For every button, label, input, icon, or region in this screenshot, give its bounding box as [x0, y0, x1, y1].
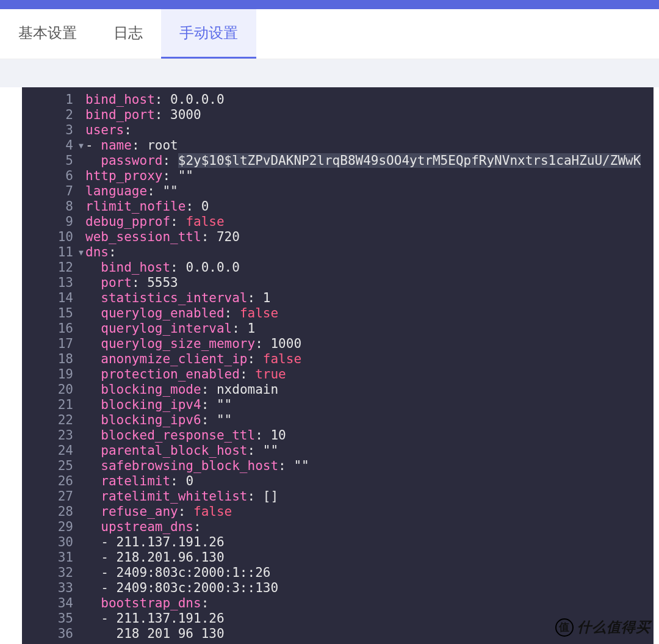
watermark: 值 什么值得买: [555, 618, 650, 637]
code-line[interactable]: 26 ratelimit: 0: [22, 474, 654, 489]
code-content: blocking_ipv4: "": [85, 397, 232, 413]
line-number: 26: [22, 474, 77, 489]
code-line[interactable]: 27 ratelimit_whitelist: []: [22, 489, 654, 504]
code-line[interactable]: 3users:: [22, 123, 654, 138]
code-line[interactable]: 24 parental_block_host: "": [22, 443, 654, 458]
line-number: 15: [22, 306, 77, 321]
tab-manual-settings[interactable]: 手动设置: [161, 9, 256, 59]
code-line[interactable]: 7language: "": [22, 184, 654, 199]
code-content: ratelimit_whitelist: []: [85, 489, 278, 504]
code-content: querylog_size_memory: 1000: [85, 336, 301, 352]
line-number: 31: [22, 550, 77, 565]
code-line[interactable]: 33 - 2409:803c:2000:3::130: [22, 581, 654, 596]
code-line[interactable]: 21 blocking_ipv4: "": [22, 397, 654, 413]
line-number: 17: [22, 336, 77, 352]
line-number: 14: [22, 291, 77, 306]
fold-toggle-icon[interactable]: ▼: [77, 245, 85, 260]
code-content: ratelimit: 0: [85, 474, 193, 489]
editor-container: 1bind_host: 0.0.0.02bind_port: 30003user…: [0, 87, 659, 644]
code-content: blocked_response_ttl: 10: [85, 428, 286, 443]
code-content: - 218.201.96.130: [85, 550, 225, 565]
line-number: 27: [22, 489, 77, 504]
code-line[interactable]: 16 querylog_interval: 1: [22, 321, 654, 336]
code-line[interactable]: 34 bootstrap_dns:: [22, 596, 654, 611]
code-content: bind_port: 3000: [85, 107, 201, 123]
tab-logs[interactable]: 日志: [95, 9, 161, 59]
code-line[interactable]: 29 upstream_dns:: [22, 519, 654, 535]
line-number: 13: [22, 275, 77, 291]
line-number: 32: [22, 565, 77, 581]
line-number: 16: [22, 321, 77, 336]
code-line[interactable]: 4▼- name: root: [22, 138, 654, 153]
code-content: protection_enabled: true: [85, 367, 286, 382]
code-content: - 2409:803c:2000:1::26: [85, 565, 270, 581]
code-content: http_proxy: "": [85, 168, 193, 184]
code-line[interactable]: 6http_proxy: "": [22, 168, 654, 184]
code-content: password: $2y$10$ltZPvDAKNP2lrqB8W49sOO4…: [85, 153, 641, 168]
code-content: blocking_ipv6: "": [85, 413, 232, 428]
code-content: - 211.137.191.26: [85, 535, 225, 550]
line-number: 24: [22, 443, 77, 458]
code-content: querylog_interval: 1: [85, 321, 255, 336]
line-number: 10: [22, 230, 77, 245]
code-content: safebrowsing_block_host: "": [85, 458, 309, 474]
code-content: web_session_ttl: 720: [85, 230, 240, 245]
code-line[interactable]: 31 - 218.201.96.130: [22, 550, 654, 565]
code-content: bind_host: 0.0.0.0: [85, 260, 240, 275]
code-line[interactable]: 15 querylog_enabled: false: [22, 306, 654, 321]
code-content: rlimit_nofile: 0: [85, 199, 209, 214]
code-line[interactable]: 8rlimit_nofile: 0: [22, 199, 654, 214]
code-line[interactable]: 10web_session_ttl: 720: [22, 230, 654, 245]
code-content: refuse_any: false: [85, 504, 232, 519]
line-number: 19: [22, 367, 77, 382]
yaml-editor[interactable]: 1bind_host: 0.0.0.02bind_port: 30003user…: [22, 87, 654, 644]
header-accent-bar: [0, 0, 659, 9]
tab-basic-settings[interactable]: 基本设置: [0, 9, 95, 59]
code-line[interactable]: 28 refuse_any: false: [22, 504, 654, 519]
code-line[interactable]: 9debug_pprof: false: [22, 214, 654, 230]
line-number: 35: [22, 611, 77, 626]
code-line[interactable]: 20 blocking_mode: nxdomain: [22, 382, 654, 397]
line-number: 30: [22, 535, 77, 550]
line-number: 12: [22, 260, 77, 275]
code-line[interactable]: 18 anonymize_client_ip: false: [22, 352, 654, 367]
line-number: 34: [22, 596, 77, 611]
code-line[interactable]: 1bind_host: 0.0.0.0: [22, 92, 654, 107]
code-line[interactable]: 22 blocking_ipv6: "": [22, 413, 654, 428]
code-content: debug_pprof: false: [85, 214, 225, 230]
line-number: 28: [22, 504, 77, 519]
code-content: language: "": [85, 184, 178, 199]
line-number: 9: [22, 214, 77, 230]
code-content: parental_block_host: "": [85, 443, 278, 458]
code-line[interactable]: 17 querylog_size_memory: 1000: [22, 336, 654, 352]
line-number: 23: [22, 428, 77, 443]
code-content: 218 201 96 130: [85, 626, 225, 642]
line-number: 8: [22, 199, 77, 214]
code-line[interactable]: 11▼dns:: [22, 245, 654, 260]
code-content: port: 5553: [85, 275, 178, 291]
line-number: 2: [22, 107, 77, 123]
watermark-badge-icon: 值: [555, 618, 574, 637]
code-line[interactable]: 12 bind_host: 0.0.0.0: [22, 260, 654, 275]
code-content: statistics_interval: 1: [85, 291, 270, 306]
code-content: - 2409:803c:2000:3::130: [85, 581, 278, 596]
line-number: 6: [22, 168, 77, 184]
code-line[interactable]: 2bind_port: 3000: [22, 107, 654, 123]
line-number: 18: [22, 352, 77, 367]
code-line[interactable]: 5 password: $2y$10$ltZPvDAKNP2lrqB8W49sO…: [22, 153, 654, 168]
code-line[interactable]: 14 statistics_interval: 1: [22, 291, 654, 306]
code-content: bootstrap_dns:: [85, 596, 209, 611]
line-number: 1: [22, 92, 77, 107]
code-line[interactable]: 23 blocked_response_ttl: 10: [22, 428, 654, 443]
code-line[interactable]: 13 port: 5553: [22, 275, 654, 291]
code-content: - name: root: [85, 138, 178, 153]
fold-toggle-icon[interactable]: ▼: [77, 138, 85, 153]
code-content: users:: [85, 123, 132, 138]
code-content: - 211.137.191.26: [85, 611, 225, 626]
code-line[interactable]: 32 - 2409:803c:2000:1::26: [22, 565, 654, 581]
code-line[interactable]: 30 - 211.137.191.26: [22, 535, 654, 550]
code-line[interactable]: 19 protection_enabled: true: [22, 367, 654, 382]
code-content: anonymize_client_ip: false: [85, 352, 301, 367]
content-gap: [0, 59, 659, 87]
code-line[interactable]: 25 safebrowsing_block_host: "": [22, 458, 654, 474]
